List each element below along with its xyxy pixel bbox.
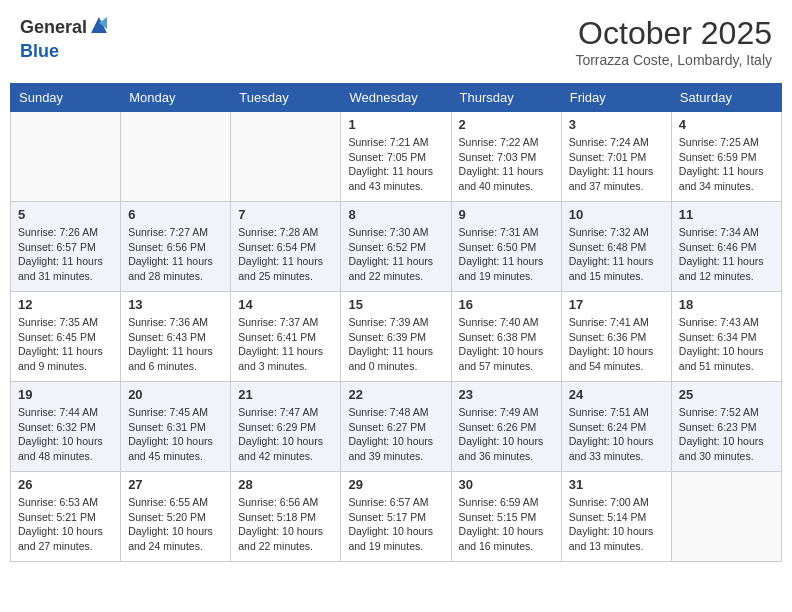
calendar-cell: 17Sunrise: 7:41 AM Sunset: 6:36 PM Dayli… <box>561 292 671 382</box>
calendar-cell: 18Sunrise: 7:43 AM Sunset: 6:34 PM Dayli… <box>671 292 781 382</box>
day-number: 1 <box>348 117 443 132</box>
page-header: General Blue October 2025 Torrazza Coste… <box>10 10 782 73</box>
day-info: Sunrise: 7:43 AM Sunset: 6:34 PM Dayligh… <box>679 315 774 374</box>
day-info: Sunrise: 7:35 AM Sunset: 6:45 PM Dayligh… <box>18 315 113 374</box>
day-info: Sunrise: 7:21 AM Sunset: 7:05 PM Dayligh… <box>348 135 443 194</box>
day-number: 6 <box>128 207 223 222</box>
day-info: Sunrise: 7:24 AM Sunset: 7:01 PM Dayligh… <box>569 135 664 194</box>
calendar-week-row: 1Sunrise: 7:21 AM Sunset: 7:05 PM Daylig… <box>11 112 782 202</box>
calendar-cell: 9Sunrise: 7:31 AM Sunset: 6:50 PM Daylig… <box>451 202 561 292</box>
calendar-week-row: 5Sunrise: 7:26 AM Sunset: 6:57 PM Daylig… <box>11 202 782 292</box>
day-info: Sunrise: 7:52 AM Sunset: 6:23 PM Dayligh… <box>679 405 774 464</box>
weekday-header-row: SundayMondayTuesdayWednesdayThursdayFrid… <box>11 84 782 112</box>
calendar-cell: 20Sunrise: 7:45 AM Sunset: 6:31 PM Dayli… <box>121 382 231 472</box>
calendar-cell <box>11 112 121 202</box>
day-info: Sunrise: 7:27 AM Sunset: 6:56 PM Dayligh… <box>128 225 223 284</box>
calendar-cell: 31Sunrise: 7:00 AM Sunset: 5:14 PM Dayli… <box>561 472 671 562</box>
calendar-cell <box>671 472 781 562</box>
calendar-week-row: 19Sunrise: 7:44 AM Sunset: 6:32 PM Dayli… <box>11 382 782 472</box>
calendar-cell: 1Sunrise: 7:21 AM Sunset: 7:05 PM Daylig… <box>341 112 451 202</box>
day-number: 11 <box>679 207 774 222</box>
logo-icon <box>89 15 109 35</box>
day-number: 26 <box>18 477 113 492</box>
logo-general: General <box>20 17 87 39</box>
day-number: 10 <box>569 207 664 222</box>
calendar-cell: 7Sunrise: 7:28 AM Sunset: 6:54 PM Daylig… <box>231 202 341 292</box>
day-number: 28 <box>238 477 333 492</box>
day-info: Sunrise: 7:51 AM Sunset: 6:24 PM Dayligh… <box>569 405 664 464</box>
day-info: Sunrise: 7:40 AM Sunset: 6:38 PM Dayligh… <box>459 315 554 374</box>
day-number: 20 <box>128 387 223 402</box>
weekday-header: Friday <box>561 84 671 112</box>
day-number: 18 <box>679 297 774 312</box>
day-info: Sunrise: 7:49 AM Sunset: 6:26 PM Dayligh… <box>459 405 554 464</box>
day-info: Sunrise: 7:41 AM Sunset: 6:36 PM Dayligh… <box>569 315 664 374</box>
day-number: 22 <box>348 387 443 402</box>
calendar-cell: 19Sunrise: 7:44 AM Sunset: 6:32 PM Dayli… <box>11 382 121 472</box>
logo-blue: Blue <box>20 41 59 61</box>
calendar-cell: 4Sunrise: 7:25 AM Sunset: 6:59 PM Daylig… <box>671 112 781 202</box>
day-number: 15 <box>348 297 443 312</box>
day-info: Sunrise: 7:48 AM Sunset: 6:27 PM Dayligh… <box>348 405 443 464</box>
month-title: October 2025 <box>575 15 772 52</box>
day-number: 16 <box>459 297 554 312</box>
location-title: Torrazza Coste, Lombardy, Italy <box>575 52 772 68</box>
weekday-header: Saturday <box>671 84 781 112</box>
calendar-cell: 30Sunrise: 6:59 AM Sunset: 5:15 PM Dayli… <box>451 472 561 562</box>
calendar-cell: 14Sunrise: 7:37 AM Sunset: 6:41 PM Dayli… <box>231 292 341 382</box>
day-info: Sunrise: 6:59 AM Sunset: 5:15 PM Dayligh… <box>459 495 554 554</box>
day-info: Sunrise: 6:55 AM Sunset: 5:20 PM Dayligh… <box>128 495 223 554</box>
day-info: Sunrise: 7:31 AM Sunset: 6:50 PM Dayligh… <box>459 225 554 284</box>
weekday-header: Tuesday <box>231 84 341 112</box>
calendar-cell: 24Sunrise: 7:51 AM Sunset: 6:24 PM Dayli… <box>561 382 671 472</box>
weekday-header: Monday <box>121 84 231 112</box>
calendar-cell: 25Sunrise: 7:52 AM Sunset: 6:23 PM Dayli… <box>671 382 781 472</box>
calendar-cell <box>121 112 231 202</box>
day-number: 13 <box>128 297 223 312</box>
day-number: 14 <box>238 297 333 312</box>
calendar-cell: 2Sunrise: 7:22 AM Sunset: 7:03 PM Daylig… <box>451 112 561 202</box>
calendar-cell: 3Sunrise: 7:24 AM Sunset: 7:01 PM Daylig… <box>561 112 671 202</box>
calendar-cell: 12Sunrise: 7:35 AM Sunset: 6:45 PM Dayli… <box>11 292 121 382</box>
day-info: Sunrise: 7:00 AM Sunset: 5:14 PM Dayligh… <box>569 495 664 554</box>
day-info: Sunrise: 6:56 AM Sunset: 5:18 PM Dayligh… <box>238 495 333 554</box>
day-number: 29 <box>348 477 443 492</box>
day-info: Sunrise: 7:34 AM Sunset: 6:46 PM Dayligh… <box>679 225 774 284</box>
day-number: 8 <box>348 207 443 222</box>
day-number: 2 <box>459 117 554 132</box>
calendar-cell: 27Sunrise: 6:55 AM Sunset: 5:20 PM Dayli… <box>121 472 231 562</box>
calendar-table: SundayMondayTuesdayWednesdayThursdayFrid… <box>10 83 782 562</box>
weekday-header: Wednesday <box>341 84 451 112</box>
day-number: 17 <box>569 297 664 312</box>
day-number: 27 <box>128 477 223 492</box>
calendar-week-row: 26Sunrise: 6:53 AM Sunset: 5:21 PM Dayli… <box>11 472 782 562</box>
day-info: Sunrise: 7:44 AM Sunset: 6:32 PM Dayligh… <box>18 405 113 464</box>
calendar-cell: 13Sunrise: 7:36 AM Sunset: 6:43 PM Dayli… <box>121 292 231 382</box>
calendar-cell: 28Sunrise: 6:56 AM Sunset: 5:18 PM Dayli… <box>231 472 341 562</box>
calendar-cell: 11Sunrise: 7:34 AM Sunset: 6:46 PM Dayli… <box>671 202 781 292</box>
day-info: Sunrise: 7:28 AM Sunset: 6:54 PM Dayligh… <box>238 225 333 284</box>
title-block: October 2025 Torrazza Coste, Lombardy, I… <box>575 15 772 68</box>
day-info: Sunrise: 6:57 AM Sunset: 5:17 PM Dayligh… <box>348 495 443 554</box>
calendar-cell: 22Sunrise: 7:48 AM Sunset: 6:27 PM Dayli… <box>341 382 451 472</box>
day-number: 23 <box>459 387 554 402</box>
calendar-cell: 29Sunrise: 6:57 AM Sunset: 5:17 PM Dayli… <box>341 472 451 562</box>
calendar-cell: 5Sunrise: 7:26 AM Sunset: 6:57 PM Daylig… <box>11 202 121 292</box>
day-number: 25 <box>679 387 774 402</box>
day-number: 31 <box>569 477 664 492</box>
day-info: Sunrise: 7:45 AM Sunset: 6:31 PM Dayligh… <box>128 405 223 464</box>
day-number: 5 <box>18 207 113 222</box>
day-number: 4 <box>679 117 774 132</box>
day-info: Sunrise: 7:39 AM Sunset: 6:39 PM Dayligh… <box>348 315 443 374</box>
day-number: 9 <box>459 207 554 222</box>
day-number: 30 <box>459 477 554 492</box>
day-number: 7 <box>238 207 333 222</box>
day-info: Sunrise: 7:25 AM Sunset: 6:59 PM Dayligh… <box>679 135 774 194</box>
weekday-header: Sunday <box>11 84 121 112</box>
day-number: 24 <box>569 387 664 402</box>
day-number: 3 <box>569 117 664 132</box>
day-info: Sunrise: 7:36 AM Sunset: 6:43 PM Dayligh… <box>128 315 223 374</box>
day-info: Sunrise: 7:26 AM Sunset: 6:57 PM Dayligh… <box>18 225 113 284</box>
day-number: 19 <box>18 387 113 402</box>
calendar-cell: 16Sunrise: 7:40 AM Sunset: 6:38 PM Dayli… <box>451 292 561 382</box>
